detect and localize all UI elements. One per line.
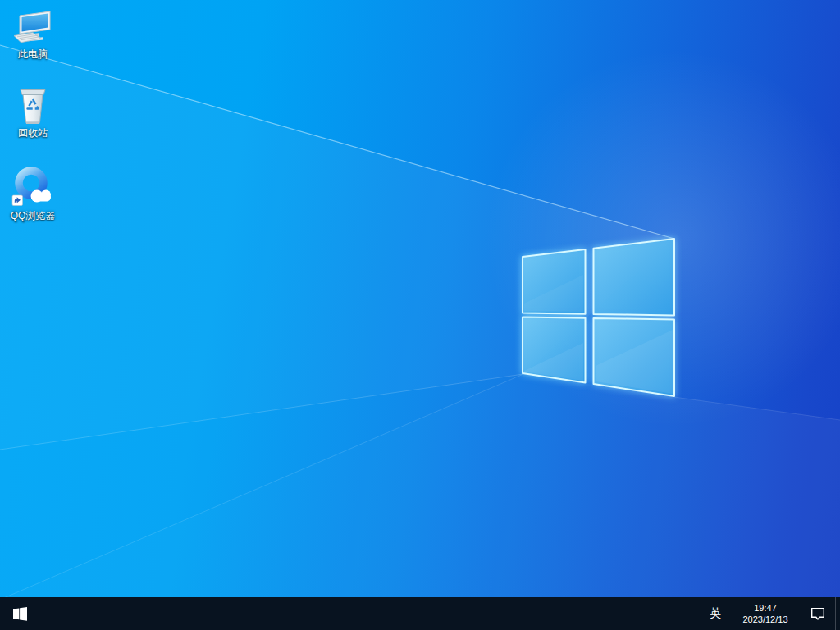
clock-date: 2023/12/13: [742, 614, 788, 625]
desktop-icon-label: 此电脑: [18, 48, 48, 60]
qq-browser-icon: [11, 165, 54, 208]
taskbar-empty-area[interactable]: [39, 597, 701, 630]
computer-monitor-icon: [13, 10, 52, 46]
action-center-icon: [810, 607, 825, 621]
desktop-icon-this-pc[interactable]: 此电脑: [2, 7, 64, 60]
desktop-icon-qq-browser[interactable]: QQ浏览器: [2, 165, 64, 221]
recycle-bin-icon: [16, 87, 49, 125]
system-tray: 英 19:47 2023/12/13: [701, 597, 840, 630]
desktop-icon-label: 回收站: [18, 127, 48, 139]
clock-time: 19:47: [754, 602, 777, 614]
show-desktop-button[interactable]: [835, 597, 840, 630]
action-center-button[interactable]: [801, 597, 835, 630]
taskbar: 英 19:47 2023/12/13: [0, 597, 840, 630]
wallpaper-light-rays: [0, 45, 840, 597]
wallpaper-art: [0, 0, 840, 597]
desktop-icon-recycle-bin[interactable]: 回收站: [2, 85, 64, 139]
taskbar-clock[interactable]: 19:47 2023/12/13: [730, 597, 801, 630]
windows-start-icon: [13, 607, 27, 621]
desktop-icon-label: QQ浏览器: [11, 210, 56, 221]
input-method-indicator[interactable]: 英: [701, 597, 730, 630]
desktop-wallpaper[interactable]: [0, 0, 840, 630]
windows-desktop: 此电脑 回收站: [0, 0, 840, 630]
start-button[interactable]: [0, 597, 39, 630]
